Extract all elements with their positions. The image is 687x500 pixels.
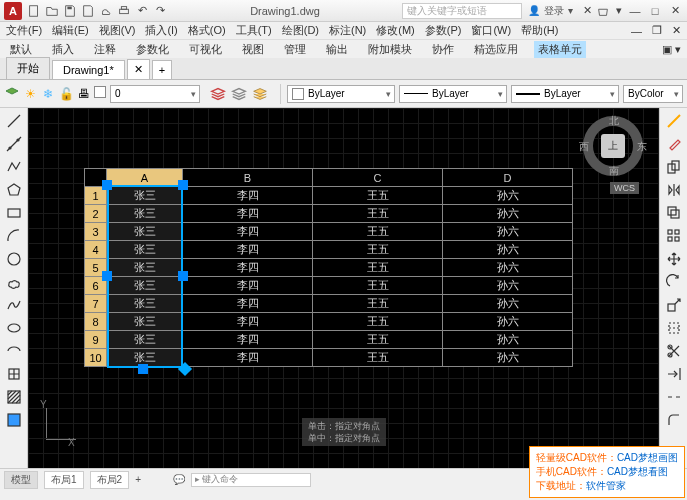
revcloud-tool-icon[interactable] xyxy=(3,271,25,293)
ribbon-parametric[interactable]: 参数化 xyxy=(132,41,173,58)
ribbon-collapse-icon[interactable]: ▣ ▾ xyxy=(662,43,681,56)
array-tool-icon[interactable] xyxy=(663,225,685,247)
ribbon-annotate[interactable]: 注释 xyxy=(90,41,120,58)
col-header-c[interactable]: C xyxy=(313,169,443,187)
col-header-b[interactable]: B xyxy=(183,169,313,187)
measure-tool-icon[interactable] xyxy=(663,110,685,132)
basket-icon[interactable] xyxy=(595,3,611,19)
layer-color-swatch[interactable] xyxy=(94,86,106,98)
table-row[interactable]: 4张三李四王五孙六 xyxy=(85,241,573,259)
menu-param[interactable]: 参数(P) xyxy=(425,23,462,38)
rotate-tool-icon[interactable] xyxy=(663,271,685,293)
menu-modify[interactable]: 修改(M) xyxy=(376,23,415,38)
file-tab-start[interactable]: 开始 xyxy=(6,57,50,79)
layer-stack2-icon[interactable] xyxy=(229,84,249,104)
undo-icon[interactable]: ↶ xyxy=(134,3,150,19)
col-header-a[interactable]: A xyxy=(107,169,183,187)
file-tab-drawing1[interactable]: Drawing1* xyxy=(52,60,125,79)
copy-tool-icon[interactable] xyxy=(663,156,685,178)
drawing-canvas[interactable]: 北 南 东 西 上 WCS A B C D 1张三李四王五孙六2张三李四王五孙六… xyxy=(28,108,659,468)
cad-table[interactable]: A B C D 1张三李四王五孙六2张三李四王五孙六3张三李四王五孙六4张三李四… xyxy=(84,168,573,367)
break-tool-icon[interactable] xyxy=(663,386,685,408)
compass-top[interactable]: 上 xyxy=(601,134,625,158)
menu-view[interactable]: 视图(V) xyxy=(99,23,136,38)
ribbon-collab[interactable]: 协作 xyxy=(428,41,458,58)
minimize-button[interactable]: — xyxy=(627,4,643,18)
table-row[interactable]: 5张三李四王五孙六 xyxy=(85,259,573,277)
help-dropdown-icon[interactable]: ▾ xyxy=(611,3,627,19)
doc-close-button[interactable]: ✕ xyxy=(672,24,681,37)
freeze-icon[interactable]: ❄ xyxy=(40,86,56,102)
ribbon-visual[interactable]: 可视化 xyxy=(185,41,226,58)
spline-tool-icon[interactable] xyxy=(3,294,25,316)
model-tab[interactable]: 模型 xyxy=(4,471,38,489)
scale-tool-icon[interactable] xyxy=(663,294,685,316)
print-icon[interactable] xyxy=(116,3,132,19)
col-header-d[interactable]: D xyxy=(443,169,573,187)
gradient-tool-icon[interactable] xyxy=(3,409,25,431)
close-button[interactable]: ✕ xyxy=(667,4,683,18)
mirror-tool-icon[interactable] xyxy=(663,179,685,201)
menu-draw[interactable]: 绘图(D) xyxy=(282,23,319,38)
polygon-tool-icon[interactable] xyxy=(3,179,25,201)
grip-mr[interactable] xyxy=(178,271,188,281)
grip-bm[interactable] xyxy=(138,364,148,374)
grip-tr[interactable] xyxy=(178,180,188,190)
lineweight-select[interactable]: ByLayer xyxy=(511,85,619,103)
move-tool-icon[interactable] xyxy=(663,248,685,270)
xline-tool-icon[interactable] xyxy=(3,133,25,155)
menu-edit[interactable]: 编辑(E) xyxy=(52,23,89,38)
block-tool-icon[interactable] xyxy=(3,363,25,385)
menu-help[interactable]: 帮助(H) xyxy=(521,23,558,38)
line-tool-icon[interactable] xyxy=(3,110,25,132)
open-icon[interactable] xyxy=(44,3,60,19)
grip-tl[interactable] xyxy=(102,180,112,190)
chat-icon[interactable]: 💬 xyxy=(173,474,185,485)
layer-select[interactable]: 0 xyxy=(110,85,200,103)
doc-minimize-button[interactable]: — xyxy=(631,25,642,37)
search-input[interactable]: 键入关键字或短语 xyxy=(402,3,522,19)
file-tab-add[interactable]: ✕ xyxy=(127,59,150,79)
ribbon-default[interactable]: 默认 xyxy=(6,41,36,58)
ellipse-tool-icon[interactable] xyxy=(3,317,25,339)
table-row[interactable]: 2张三李四王五孙六 xyxy=(85,205,573,223)
plot-icon[interactable]: 🖶 xyxy=(76,86,92,102)
sun-icon[interactable]: ☀ xyxy=(22,86,38,102)
lock-icon[interactable]: 🔓 xyxy=(58,86,74,102)
trim-tool-icon[interactable] xyxy=(663,340,685,362)
layer-stack3-icon[interactable] xyxy=(250,84,270,104)
ribbon-tablecell[interactable]: 表格单元 xyxy=(534,41,586,58)
arc-tool-icon[interactable] xyxy=(3,225,25,247)
doc-restore-button[interactable]: ❐ xyxy=(652,24,662,37)
hatch-tool-icon[interactable] xyxy=(3,386,25,408)
table-row[interactable]: 3张三李四王五孙六 xyxy=(85,223,573,241)
menu-format[interactable]: 格式(O) xyxy=(188,23,226,38)
save-icon[interactable] xyxy=(62,3,78,19)
menu-insert[interactable]: 插入(I) xyxy=(145,23,177,38)
command-input[interactable]: ▸ 键入命令 xyxy=(191,473,311,487)
file-tab-new[interactable]: + xyxy=(152,60,172,79)
ribbon-insert[interactable]: 插入 xyxy=(48,41,78,58)
menu-tools[interactable]: 工具(T) xyxy=(236,23,272,38)
polyline-tool-icon[interactable] xyxy=(3,156,25,178)
circle-tool-icon[interactable] xyxy=(3,248,25,270)
menu-dim[interactable]: 标注(N) xyxy=(329,23,366,38)
new-icon[interactable] xyxy=(26,3,42,19)
offset-tool-icon[interactable] xyxy=(663,202,685,224)
layout2-tab[interactable]: 布局2 xyxy=(90,471,130,489)
user-area[interactable]: 👤 登录 ▾ xyxy=(528,4,573,18)
ellipsearc-tool-icon[interactable] xyxy=(3,340,25,362)
ribbon-featured[interactable]: 精选应用 xyxy=(470,41,522,58)
table-row[interactable]: 10张三李四王五孙六 xyxy=(85,349,573,367)
erase-tool-icon[interactable] xyxy=(663,133,685,155)
wcs-badge[interactable]: WCS xyxy=(610,182,639,194)
layout-add-icon[interactable]: + xyxy=(135,474,141,485)
table-row[interactable]: 6张三李四王五孙六 xyxy=(85,277,573,295)
ribbon-manage[interactable]: 管理 xyxy=(280,41,310,58)
saveas-icon[interactable] xyxy=(80,3,96,19)
maximize-button[interactable]: □ xyxy=(647,4,663,18)
color-select[interactable]: ByLayer xyxy=(287,85,395,103)
layer-stack-icon[interactable] xyxy=(208,84,228,104)
table-row[interactable]: 7张三李四王五孙六 xyxy=(85,295,573,313)
table-row[interactable]: 1张三李四王五孙六 xyxy=(85,187,573,205)
